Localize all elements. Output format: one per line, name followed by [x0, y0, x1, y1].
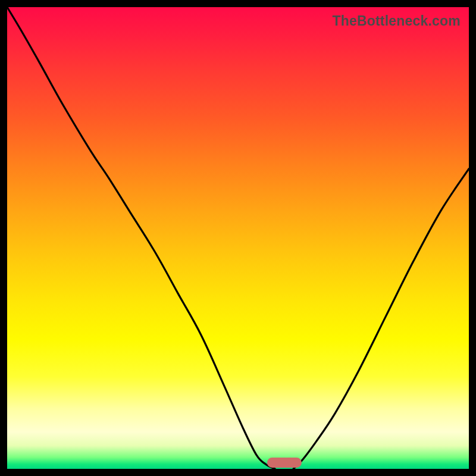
- bottleneck-curve: [7, 7, 469, 469]
- branding-watermark: TheBottleneck.com: [332, 13, 461, 29]
- chart-frame: TheBottleneck.com: [0, 0, 476, 476]
- optimum-marker: [267, 458, 302, 468]
- plot-area: TheBottleneck.com: [7, 7, 469, 469]
